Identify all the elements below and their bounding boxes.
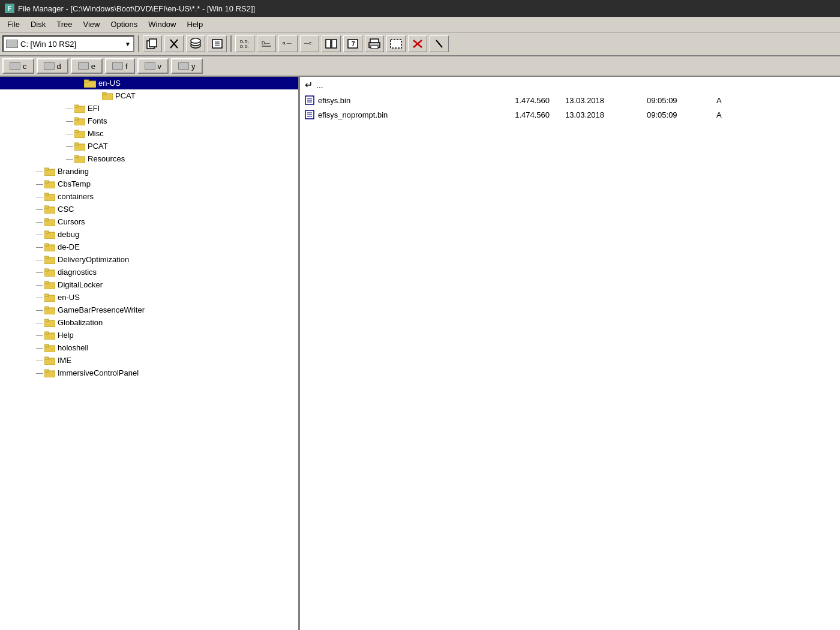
tree-item-diagnostics[interactable]: — diagnostics xyxy=(0,266,298,278)
tree-item-pcat[interactable]: — PCAT xyxy=(0,140,298,152)
svg-rect-55 xyxy=(44,244,49,246)
drive-y-icon xyxy=(178,62,189,70)
svg-line-27 xyxy=(436,40,442,47)
toolbar-btn-attributes[interactable] xyxy=(386,35,406,52)
svg-text:D-D-: D-D- xyxy=(240,44,249,49)
tree-connector-debug: — xyxy=(36,230,43,239)
tree-item-containers[interactable]: — containers xyxy=(0,190,298,203)
toolbar-btn-sort-date[interactable]: D— xyxy=(257,35,276,52)
tree-item-de-de[interactable]: — de-DE xyxy=(0,241,298,253)
tree-item-resources[interactable]: — Resources xyxy=(0,152,298,165)
toolbar-btn-sort-desc[interactable]: —z. xyxy=(300,35,319,52)
up-arrow[interactable]: ↵ ... xyxy=(300,77,840,93)
menu-tree[interactable]: Tree xyxy=(52,19,77,30)
tree-item-cursors[interactable]: — Cursors xyxy=(0,215,298,228)
svg-rect-53 xyxy=(44,231,49,233)
drive-tab-c[interactable]: c xyxy=(2,58,34,74)
tree-label-misc: Misc xyxy=(88,129,104,138)
tree-item-cbstemp[interactable]: — CbsTemp xyxy=(0,178,298,190)
cut-icon xyxy=(168,38,180,49)
tree-label-delivery-optimization: DeliveryOptimization xyxy=(58,255,129,264)
menu-disk[interactable]: Disk xyxy=(26,19,50,30)
tree-label-fonts: Fonts xyxy=(88,116,107,125)
tree-scroll[interactable]: en-US PCAT — xyxy=(0,77,298,630)
toolbar-btn-sort-asc[interactable]: a.— xyxy=(278,35,298,52)
tree-item-misc[interactable]: — Misc xyxy=(0,127,298,140)
toolbar-btn-paste[interactable] xyxy=(208,35,227,52)
menu-help[interactable]: Help xyxy=(182,19,208,30)
svg-rect-65 xyxy=(44,307,49,309)
toolbar-btn-cut[interactable] xyxy=(164,35,184,52)
tree-item-immersive[interactable]: — ImmersiveControlPanel xyxy=(0,367,298,379)
tree-label-immersive: ImmersiveControlPanel xyxy=(58,368,139,377)
tree-item-ime[interactable]: — IME xyxy=(0,354,298,367)
svg-rect-73 xyxy=(44,357,49,359)
toolbar-btn-compare[interactable] xyxy=(322,35,341,52)
svg-rect-59 xyxy=(44,269,49,271)
tree-label-de-de: de-DE xyxy=(58,242,80,251)
toolbar-btn-disk[interactable] xyxy=(186,35,205,52)
drive-tab-d[interactable]: d xyxy=(37,58,68,74)
folder-cbstemp-icon xyxy=(44,180,55,188)
tree-item-efi[interactable]: — EFI xyxy=(0,102,298,115)
svg-rect-29 xyxy=(84,80,89,82)
menu-window[interactable]: Window xyxy=(143,19,181,30)
tree-item-help[interactable]: — Help xyxy=(0,329,298,341)
tree-item-en-us[interactable]: en-US xyxy=(0,77,298,89)
tree-connector-de-de: — xyxy=(36,243,43,251)
folder-de-de-icon xyxy=(44,243,55,251)
drive-tab-c-label: c xyxy=(23,62,27,71)
drive-tab-f[interactable]: f xyxy=(105,58,135,74)
toolbar-btn-print[interactable] xyxy=(365,35,384,52)
tree-item-pcat-child[interactable]: PCAT xyxy=(0,89,298,102)
drive-selector[interactable]: C: [Win 10 RS2] ▼ xyxy=(2,35,134,52)
tree-item-delivery-optimization[interactable]: — DeliveryOptimization xyxy=(0,253,298,266)
menu-view[interactable]: View xyxy=(78,19,104,30)
folder-pcat-child-icon xyxy=(102,92,113,100)
tree-connector-gamebar: — xyxy=(36,306,43,314)
svg-rect-47 xyxy=(44,193,49,196)
dropdown-arrow-icon[interactable]: ▼ xyxy=(125,41,131,47)
svg-point-6 xyxy=(191,38,200,43)
menu-options[interactable]: Options xyxy=(106,19,142,30)
svg-rect-75 xyxy=(44,370,49,372)
drive-tab-e[interactable]: e xyxy=(71,58,103,74)
file-date-efisys-noprompt: 13.03.2018 xyxy=(565,110,643,119)
drive-tab-e-label: e xyxy=(91,62,95,71)
tree-connector-digital-locker: — xyxy=(36,281,43,289)
tree-connector-csc: — xyxy=(36,205,43,214)
tree-item-holoshell[interactable]: — holoshell xyxy=(0,341,298,354)
tree-item-fonts[interactable]: — Fonts xyxy=(0,115,298,127)
sort-date-icon: D— xyxy=(260,38,272,49)
compare-icon xyxy=(325,38,337,49)
svg-rect-24 xyxy=(391,40,401,48)
toolbar-btn-delete[interactable] xyxy=(408,35,427,52)
tree-connector-delivery: — xyxy=(36,256,43,264)
toolbar-btn-help[interactable] xyxy=(430,35,449,52)
drive-icon xyxy=(6,40,18,48)
toolbar-btn-copy[interactable] xyxy=(143,35,162,52)
toolbar: C: [Win 10 RS2] ▼ D-D- xyxy=(0,32,840,56)
menu-file[interactable]: File xyxy=(2,19,25,30)
folder-containers-icon xyxy=(44,193,55,201)
tree-label-diagnostics: diagnostics xyxy=(58,268,97,277)
toolbar-btn-sort-name[interactable]: D-D- D-D- xyxy=(235,35,254,52)
tree-item-csc[interactable]: — CSC xyxy=(0,203,298,215)
tree-item-globalization[interactable]: — Globalization xyxy=(0,316,298,329)
drive-tab-v[interactable]: v xyxy=(137,58,169,74)
tree-item-gamebar[interactable]: — GameBarPresenceWriter xyxy=(0,304,298,316)
file-item-efisys-noprompt[interactable]: efisys_noprompt.bin 1.474.560 13.03.2018… xyxy=(300,107,840,122)
drive-tab-y-label: y xyxy=(191,62,196,71)
drive-tab-y[interactable]: y xyxy=(171,58,203,74)
tree-connector-resources: — xyxy=(66,155,73,163)
tree-panel: en-US PCAT — xyxy=(0,77,300,630)
svg-rect-61 xyxy=(44,281,49,284)
toolbar-btn-info[interactable]: 7 xyxy=(343,35,362,52)
tree-item-debug[interactable]: — debug xyxy=(0,228,298,241)
tree-item-branding[interactable]: — Branding xyxy=(0,165,298,178)
file-panel: ↵ ... efisys.bin 1.474.560 13.03.2018 09… xyxy=(300,77,840,630)
file-item-efisys[interactable]: efisys.bin 1.474.560 13.03.2018 09:05:09… xyxy=(300,93,840,107)
tree-item-en-us-bottom[interactable]: — en-US xyxy=(0,291,298,304)
tree-item-digital-locker[interactable]: — DigitalLocker xyxy=(0,278,298,291)
tree-connector-containers: — xyxy=(36,193,43,201)
